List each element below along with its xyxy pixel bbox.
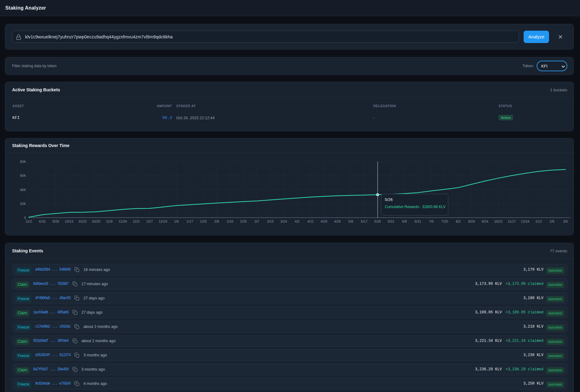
svg-text:2/16: 2/16 [227, 220, 233, 223]
svg-text:4/2: 4/2 [295, 220, 299, 223]
svg-text:3/15: 3/15 [267, 220, 274, 223]
svg-text:5/31: 5/31 [388, 220, 394, 223]
svg-text:9/24: 9/24 [481, 220, 488, 223]
svg-text:7/6: 7/6 [429, 220, 433, 223]
svg-text:80K: 80K [20, 160, 26, 163]
svg-text:4/29: 4/29 [334, 220, 341, 223]
svg-text:11/2: 11/2 [26, 220, 32, 223]
svg-text:5/26: 5/26 [374, 220, 381, 223]
svg-text:1/12: 1/12 [535, 220, 542, 223]
svg-text:20K: 20K [20, 202, 26, 206]
svg-text:12/16: 12/16 [521, 220, 529, 223]
svg-text:2/8: 2/8 [214, 220, 219, 223]
svg-text:2/25: 2/25 [240, 220, 247, 223]
svg-text:12/3: 12/3 [133, 220, 139, 223]
svg-text:3/7: 3/7 [254, 220, 259, 223]
svg-text:5/17: 5/17 [361, 220, 367, 223]
svg-text:11/24: 11/24 [119, 220, 127, 223]
svg-text:4/20: 4/20 [321, 220, 327, 223]
svg-text:60K: 60K [20, 174, 26, 177]
svg-text:10/22: 10/22 [78, 220, 87, 223]
svg-text:10/13: 10/13 [65, 220, 73, 223]
svg-text:8/3: 8/3 [456, 220, 460, 223]
svg-text:0: 0 [24, 216, 26, 220]
svg-text:12/19: 12/19 [159, 220, 167, 223]
svg-text:1/6: 1/6 [174, 220, 179, 223]
svg-text:3/5: 3/5 [563, 220, 568, 223]
svg-text:5/8: 5/8 [349, 220, 353, 223]
svg-text:11/17: 11/17 [508, 220, 516, 223]
svg-text:6/21: 6/21 [415, 220, 421, 223]
svg-text:10/29: 10/29 [92, 220, 100, 223]
svg-text:8/29: 8/29 [468, 220, 475, 223]
svg-text:4/11: 4/11 [307, 220, 314, 223]
svg-text:40K: 40K [20, 188, 26, 192]
svg-text:6/8: 6/8 [402, 220, 407, 223]
svg-text:7/20: 7/20 [442, 220, 448, 223]
svg-text:2/6: 2/6 [550, 220, 554, 223]
svg-text:10/21: 10/21 [494, 220, 503, 223]
svg-text:9/28: 9/28 [52, 220, 59, 223]
svg-text:6/16: 6/16 [39, 220, 46, 223]
svg-text:11/9: 11/9 [106, 220, 113, 223]
svg-text:3/24: 3/24 [280, 220, 287, 223]
svg-text:1/17: 1/17 [187, 220, 193, 223]
svg-text:12/7: 12/7 [146, 220, 153, 223]
svg-text:1/29: 1/29 [200, 220, 206, 223]
